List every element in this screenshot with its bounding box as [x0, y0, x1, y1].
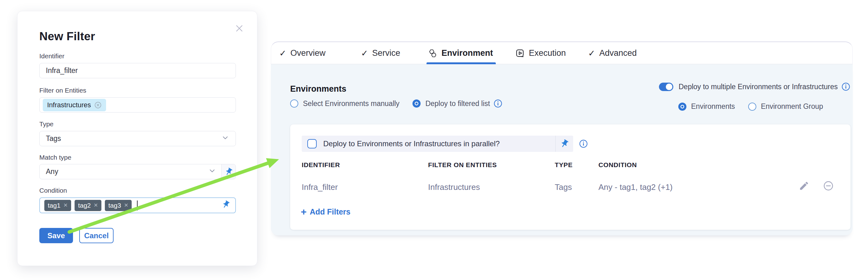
- tab-label: Service: [372, 48, 400, 58]
- tab-label: Advanced: [599, 48, 637, 58]
- tab-service[interactable]: ✓ Service: [361, 42, 400, 64]
- page: New Filter Identifier Infra_filter Filte…: [0, 0, 868, 280]
- radio-environment-group[interactable]: [748, 103, 756, 111]
- col-header-identifier: IDENTIFIER: [302, 161, 340, 169]
- col-header-type: TYPE: [555, 161, 572, 169]
- row-filter-on-entities: Infrastructures: [428, 182, 480, 192]
- remove-minus-circle-icon[interactable]: [823, 180, 834, 191]
- add-filters-label: Add Filters: [310, 207, 351, 216]
- match-type-value: Any: [46, 168, 58, 176]
- tab-overview[interactable]: ✓ Overview: [279, 42, 326, 64]
- chevron-down-icon: [221, 134, 229, 144]
- save-button[interactable]: Save: [39, 228, 73, 243]
- condition-input[interactable]: tag1 ✕ tag2 ✕ tag3 ✕: [39, 197, 236, 213]
- tag-chip-label: tag2: [78, 202, 91, 209]
- condition-tag-chip: tag2 ✕: [74, 200, 101, 211]
- tag-remove-icon[interactable]: ✕: [124, 203, 128, 208]
- tag-chip-label: tag3: [108, 202, 121, 209]
- pipeline-stage-panel: ✓ Overview ✓ Service Environment: [271, 41, 853, 236]
- tab-execution[interactable]: Execution: [516, 42, 566, 64]
- col-header-condition: CONDITION: [598, 161, 637, 169]
- pin-icon: [224, 168, 233, 176]
- tab-advanced[interactable]: ✓ Advanced: [588, 42, 637, 64]
- type-select[interactable]: Tags: [39, 131, 236, 146]
- entity-chip-label: Infrastructures: [47, 101, 91, 109]
- filters-card: Deploy to Environments or Infrastructure…: [290, 125, 850, 230]
- tab-label: Overview: [290, 48, 326, 58]
- text-cursor: [137, 201, 137, 210]
- radio-environments-label[interactable]: Environments: [691, 102, 735, 111]
- condition-tag-chip: tag1 ✕: [44, 200, 71, 211]
- radio-environment-group-label[interactable]: Environment Group: [761, 102, 823, 111]
- multi-env-toggle[interactable]: [659, 83, 673, 91]
- radio-select-manually[interactable]: [290, 100, 298, 108]
- environment-tab-content: Environments Select Environments manuall…: [271, 64, 853, 236]
- pin-icon[interactable]: [221, 200, 230, 211]
- info-icon[interactable]: [494, 99, 502, 108]
- radio-deploy-filtered-label[interactable]: Deploy to filtered list: [425, 100, 490, 108]
- add-filters-button[interactable]: + Add Filters: [301, 207, 350, 217]
- pin-button[interactable]: [556, 139, 573, 148]
- parallel-checkbox-row: Deploy to Environments or Infrastructure…: [302, 136, 573, 152]
- radio-deploy-filtered[interactable]: [412, 100, 421, 108]
- parallel-checkbox-label[interactable]: Deploy to Environments or Infrastructure…: [323, 139, 500, 148]
- chevron-down-icon: [208, 167, 216, 177]
- condition-tag-chip: tag3 ✕: [105, 200, 132, 211]
- execution-icon: [516, 49, 525, 58]
- match-type-label: Match type: [39, 154, 71, 161]
- plus-icon: +: [301, 207, 307, 217]
- radio-select-manually-label[interactable]: Select Environments manually: [303, 100, 399, 108]
- tag-remove-icon[interactable]: ✕: [94, 203, 98, 208]
- info-icon[interactable]: [841, 82, 850, 91]
- check-icon: ✓: [361, 48, 368, 58]
- condition-label: Condition: [39, 187, 67, 194]
- radio-environments[interactable]: [678, 103, 686, 111]
- filter-on-entities-label: Filter on Entities: [39, 87, 86, 94]
- multi-env-toggle-label[interactable]: Deploy to multiple Environments or Infra…: [679, 83, 838, 91]
- close-icon[interactable]: [235, 24, 244, 33]
- match-type-select[interactable]: Any: [39, 164, 236, 179]
- tab-label: Environment: [441, 48, 493, 58]
- tab-environment[interactable]: Environment: [428, 42, 493, 64]
- entity-chip: Infrastructures: [43, 99, 106, 111]
- multi-env-toggle-row: Deploy to multiple Environments or Infra…: [659, 82, 850, 91]
- environment-icon: [428, 49, 437, 58]
- tab-label: Execution: [529, 48, 566, 58]
- identifier-value: Infra_filter: [46, 66, 78, 75]
- modal-title: New Filter: [39, 30, 95, 43]
- check-icon: ✓: [588, 48, 595, 58]
- cancel-button[interactable]: Cancel: [79, 228, 114, 243]
- row-condition: Any - tag1, tag2 (+1): [598, 182, 673, 192]
- stage-tabbar: ✓ Overview ✓ Service Environment: [271, 41, 853, 64]
- pin-icon: [560, 139, 569, 148]
- environment-scope-radios: Environments Environment Group: [678, 102, 823, 111]
- identifier-input[interactable]: Infra_filter: [39, 63, 236, 78]
- edit-pencil-icon[interactable]: [799, 180, 809, 191]
- tag-remove-icon[interactable]: ✕: [63, 203, 68, 208]
- pin-button[interactable]: [221, 164, 236, 179]
- type-value: Tags: [46, 134, 61, 143]
- chip-remove-circle-icon[interactable]: [94, 101, 102, 109]
- parallel-checkbox[interactable]: [307, 139, 317, 148]
- identifier-label: Identifier: [39, 53, 65, 60]
- tag-chip-label: tag1: [48, 202, 61, 209]
- filter-on-entities-input[interactable]: Infrastructures: [39, 97, 236, 112]
- environments-heading: Environments: [290, 84, 346, 94]
- row-type: Tags: [555, 182, 572, 192]
- environment-select-mode-radios: Select Environments manually Deploy to f…: [290, 99, 502, 108]
- col-header-filter-on-entities: FILTER ON ENTITIES: [428, 161, 497, 169]
- type-label: Type: [39, 120, 54, 128]
- check-icon: ✓: [279, 48, 286, 58]
- info-icon[interactable]: [579, 139, 588, 148]
- new-filter-modal: New Filter Identifier Infra_filter Filte…: [17, 11, 257, 266]
- row-identifier: Infra_filter: [302, 182, 338, 192]
